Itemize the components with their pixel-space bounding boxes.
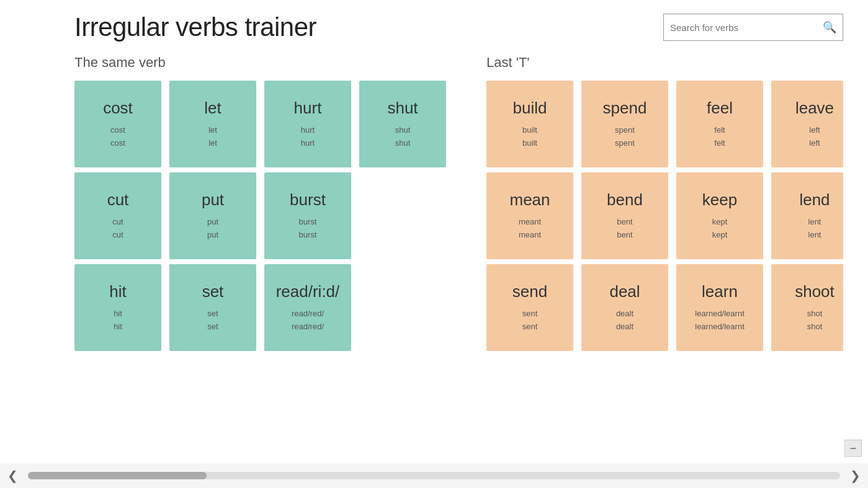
verb-base: lend [799, 190, 830, 210]
verb-card[interactable]: send sentsent [486, 264, 573, 351]
verb-card[interactable]: keep keptkept [676, 172, 763, 259]
verb-card[interactable]: let letlet [169, 81, 256, 167]
verb-forms: burstburst [299, 216, 317, 242]
verb-card[interactable]: shut shutshut [359, 81, 446, 167]
verb-forms: setset [207, 308, 218, 334]
verb-card[interactable]: hurt hurthurt [264, 81, 351, 167]
scrollbar-track[interactable] [28, 472, 840, 479]
verb-base: bend [607, 190, 643, 210]
verb-forms: builtbuilt [522, 124, 537, 150]
verb-base: keep [702, 190, 737, 210]
verb-base: mean [509, 190, 550, 210]
verb-card[interactable]: mean meantmeant [486, 172, 573, 259]
verb-forms: hithit [114, 308, 122, 334]
last-t-section: Last 'T' build builtbuilt spend spentspe… [486, 55, 843, 351]
same-verb-grid: cost costcost let letlet hurt hurthurt s… [74, 81, 449, 351]
verb-card[interactable]: feel feltfelt [676, 81, 763, 167]
verb-forms: putput [207, 216, 218, 242]
app-title: Irregular verbs trainer [74, 12, 316, 42]
search-box: 🔍 [663, 14, 843, 41]
verb-card[interactable]: put putput [169, 172, 256, 259]
verb-forms: feltfelt [714, 124, 725, 150]
verb-card[interactable]: read/ri:d/ read/red/read/red/ [264, 264, 351, 351]
verb-card[interactable]: leave leftleft [771, 81, 843, 167]
verb-base: leave [795, 99, 834, 118]
verb-card[interactable]: hit hithit [74, 264, 161, 351]
verb-card[interactable]: bend bentbent [581, 172, 668, 259]
verb-card[interactable]: cost costcost [74, 81, 161, 167]
verb-forms: read/red/read/red/ [292, 308, 324, 334]
verb-base: deal [609, 282, 640, 301]
verb-base: hit [109, 282, 126, 301]
same-verb-title: The same verb [74, 55, 449, 71]
last-t-title: Last 'T' [486, 55, 843, 71]
verb-forms: spentspent [615, 124, 635, 150]
verb-forms: bentbent [617, 216, 632, 242]
verb-forms: shotshot [807, 308, 823, 334]
verb-forms: shutshut [395, 124, 411, 150]
scroll-left-button[interactable]: ❮ [0, 463, 25, 488]
bottom-scrollbar: ❮ ❯ [0, 463, 868, 488]
same-verb-section: The same verb cost costcost let letlet h… [74, 55, 449, 351]
verb-forms: costcost [110, 124, 125, 150]
verb-base: hurt [294, 99, 322, 118]
verb-base: send [512, 282, 547, 301]
verb-card[interactable]: learn learned/learntlearned/learnt [676, 264, 763, 351]
content-area: The same verb cost costcost let letlet h… [0, 48, 868, 357]
verb-forms: hurthurt [301, 124, 315, 150]
verb-forms: leftleft [809, 124, 820, 150]
verb-base: put [202, 190, 224, 210]
verb-card[interactable]: shoot shotshot [771, 264, 843, 351]
verb-base: cut [107, 190, 129, 210]
app-header: Irregular verbs trainer 🔍 [0, 0, 868, 48]
verb-base: set [202, 282, 224, 301]
last-t-grid: build builtbuilt spend spentspent feel f… [486, 81, 843, 351]
verb-card[interactable]: set setset [169, 264, 256, 351]
verb-base: burst [290, 190, 326, 210]
verb-base: spend [603, 99, 647, 118]
verb-forms: meantmeant [519, 216, 541, 242]
search-button[interactable]: 🔍 [817, 20, 843, 34]
verb-forms: letlet [208, 124, 217, 150]
scrollbar-thumb [28, 472, 207, 479]
verb-card[interactable]: deal dealtdealt [581, 264, 668, 351]
verb-forms: sentsent [522, 308, 538, 334]
verb-card[interactable]: burst burstburst [264, 172, 351, 259]
scroll-right-button[interactable]: ❯ [843, 463, 868, 488]
verb-base: build [513, 99, 547, 118]
verb-forms: cutcut [112, 216, 123, 242]
verb-base: feel [707, 99, 733, 118]
verb-base: learn [702, 282, 738, 301]
verb-base: shut [387, 99, 418, 118]
verb-card[interactable]: build builtbuilt [486, 81, 573, 167]
verb-base: read/ri:d/ [276, 282, 340, 301]
verb-card-empty [359, 264, 446, 351]
verb-forms: lentlent [808, 216, 821, 242]
verb-forms: keptkept [712, 216, 728, 242]
verb-card-empty [359, 172, 446, 259]
verb-card[interactable]: lend lentlent [771, 172, 843, 259]
search-input[interactable] [664, 22, 817, 33]
verb-base: shoot [795, 282, 834, 301]
verb-forms: dealtdealt [616, 308, 633, 334]
verb-base: cost [103, 99, 133, 118]
verb-forms: learned/learntlearned/learnt [695, 308, 745, 334]
verb-card[interactable]: spend spentspent [581, 81, 668, 167]
verb-base: let [204, 99, 221, 118]
zoom-minus-button[interactable]: − [844, 440, 862, 457]
verb-card[interactable]: cut cutcut [74, 172, 161, 259]
